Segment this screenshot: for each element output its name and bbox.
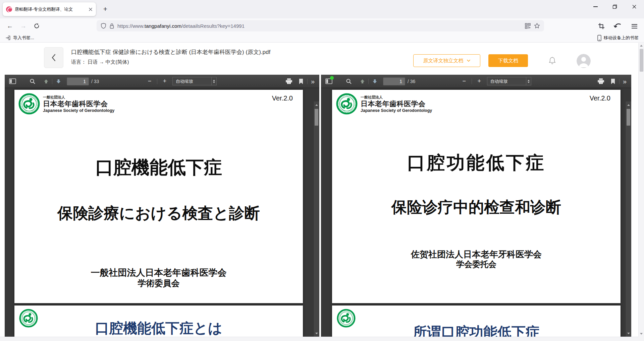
- find-button[interactable]: [28, 77, 37, 86]
- person-icon: [577, 54, 591, 68]
- society-logo: 一般社団法人 日本老年歯科医学会 Japanese Society of Ger…: [18, 93, 114, 115]
- tab-bar: 唐帕翻译-专业文档翻译、论文 +: [0, 0, 644, 18]
- plus-icon: +: [161, 78, 169, 85]
- version-label: Ver.2.0: [272, 94, 293, 102]
- import-bookmarks-item[interactable]: 导入书签...: [5, 35, 34, 41]
- print-icon: [597, 78, 604, 84]
- split-document-dropdown[interactable]: 原文译文独立文档: [413, 54, 480, 67]
- window-minimize-button[interactable]: [586, 0, 605, 13]
- sidebar-toggle-button[interactable]: [324, 77, 333, 86]
- previous-page-button[interactable]: [42, 77, 50, 86]
- more-tools-button[interactable]: »: [623, 78, 627, 85]
- zoom-in-button[interactable]: +: [475, 77, 484, 86]
- scroll-up-icon[interactable]: [314, 102, 319, 108]
- pdf-canvas-area-left[interactable]: 一般社団法人 日本老年歯科医学会 Japanese Society of Ger…: [5, 88, 319, 337]
- org-main-label: 日本老年歯科医学会: [43, 100, 114, 108]
- previous-page-button[interactable]: [358, 77, 367, 86]
- slide-title-2: 保险诊疗中的检查和诊断: [332, 197, 621, 218]
- scroll-down-icon[interactable]: [314, 331, 319, 336]
- bookmark-ribbon-icon: [299, 78, 304, 84]
- qr-code-icon[interactable]: [525, 23, 531, 29]
- find-button[interactable]: [344, 77, 353, 86]
- next-page-button[interactable]: [370, 77, 379, 86]
- page-horizontal-scrollbar[interactable]: [0, 337, 638, 341]
- forward-button[interactable]: →: [18, 21, 29, 31]
- reload-button[interactable]: [32, 21, 42, 31]
- pdf-toolbar-right: / 36 − + 自动缩放 »: [321, 75, 631, 88]
- notifications-button[interactable]: [548, 56, 556, 66]
- crop-icon: [598, 23, 605, 29]
- url-text: https://www.tangpafanyi.com/detaailsResu…: [117, 23, 245, 29]
- tab-close-icon[interactable]: [89, 7, 93, 11]
- search-icon: [346, 78, 352, 84]
- more-tools-button[interactable]: »: [311, 78, 315, 85]
- pdf-scrollbar-left[interactable]: [313, 101, 319, 337]
- next-slide-heading: 口腔機能低下症とは: [14, 319, 303, 337]
- page-number-input[interactable]: [67, 77, 89, 85]
- screenshot-crop-button[interactable]: [596, 21, 606, 31]
- zoom-mode-select[interactable]: 自动缩放: [172, 77, 217, 85]
- navigation-bar: ← → https://www.tangpafanyi.com/detaails…: [0, 18, 644, 33]
- mobile-bookmarks-label: 移动设备上的书签: [604, 35, 639, 41]
- mobile-bookmarks-item[interactable]: 移动设备上的书签: [597, 35, 639, 41]
- scroll-down-icon[interactable]: [639, 331, 644, 336]
- browser-tab[interactable]: 唐帕翻译-专业文档翻译、论文: [3, 2, 96, 16]
- next-page-button[interactable]: [54, 77, 63, 86]
- window-close-button[interactable]: [625, 0, 644, 13]
- hamburger-icon: [632, 24, 637, 28]
- document-title: 口腔機能低下症 保健診療における検査と診断 (日本老年歯科医学会) (原文).p…: [71, 48, 270, 56]
- bookmarks-bar: 导入书签... 移动设备上的书签: [0, 33, 644, 43]
- site-header: 口腔機能低下症 保健診療における検査と診断 (日本老年歯科医学会) (原文).p…: [0, 43, 644, 75]
- window-restore-button[interactable]: [605, 0, 625, 13]
- download-document-button[interactable]: 下载文档: [488, 54, 528, 67]
- tab-title: 唐帕翻译-专业文档翻译、论文: [15, 6, 86, 12]
- page-total-label: / 33: [91, 79, 99, 84]
- bookmark-ribbon-icon: [610, 78, 615, 84]
- pdf-canvas-area-right[interactable]: 一般社団法人 日本老年歯科医学会 Japanese Society of Ger…: [321, 88, 631, 337]
- scroll-down-icon[interactable]: [626, 331, 631, 336]
- new-tab-button[interactable]: +: [100, 4, 111, 14]
- slide-title-2: 保険診療における検査と診断: [14, 203, 303, 224]
- print-button[interactable]: [285, 77, 293, 86]
- society-logo-icon: [336, 93, 358, 115]
- bookmark-star-icon[interactable]: [534, 23, 540, 29]
- zoom-out-button[interactable]: −: [145, 77, 154, 86]
- scrollbar-thumb[interactable]: [315, 109, 318, 126]
- org-small-label: 一般社団法人: [43, 95, 114, 100]
- scroll-up-icon[interactable]: [639, 43, 644, 48]
- minus-icon: −: [146, 78, 154, 85]
- bookmark-page-button[interactable]: [297, 77, 306, 86]
- page-number-input[interactable]: [383, 77, 405, 85]
- zoom-mode-select[interactable]: 自动缩放: [487, 77, 531, 85]
- zoom-out-button[interactable]: −: [460, 77, 469, 86]
- sidebar-toggle-button[interactable]: [8, 77, 17, 86]
- zoom-in-button[interactable]: +: [160, 77, 169, 86]
- arrow-down-icon: [372, 79, 378, 84]
- chevron-left-icon: [51, 53, 56, 62]
- bookmark-page-button[interactable]: [609, 77, 618, 86]
- back-button[interactable]: ←: [5, 21, 15, 31]
- org-small-label: 一般社団法人: [361, 95, 432, 100]
- print-button[interactable]: [597, 77, 605, 86]
- minus-icon: −: [460, 78, 468, 85]
- menu-button[interactable]: [629, 21, 639, 31]
- select-spinner-icon: [211, 77, 216, 85]
- pdf-page-1-original: 一般社団法人 日本老年歯科医学会 Japanese Society of Ger…: [14, 90, 303, 303]
- user-avatar[interactable]: [577, 54, 591, 68]
- browser-window: { "browser": { "tab_title": "唐帕翻译-专业文档翻译…: [0, 0, 644, 341]
- url-bar[interactable]: https://www.tangpafanyi.com/detaailsResu…: [97, 20, 544, 31]
- org-main-label: 日本老年歯科医学会: [361, 100, 432, 108]
- page-vertical-scrollbar[interactable]: [638, 43, 644, 337]
- scroll-up-icon[interactable]: [626, 102, 631, 108]
- scrollbar-thumb[interactable]: [640, 49, 643, 72]
- org-en-label: Japanese Society of Gerodontology: [361, 108, 432, 113]
- org-en-label: Japanese Society of Gerodontology: [43, 108, 114, 113]
- extension-undo-button[interactable]: [612, 21, 623, 31]
- scrollbar-thumb[interactable]: [627, 109, 630, 126]
- pdf-scrollbar-right[interactable]: [625, 101, 631, 337]
- version-label: Ver.2.0: [590, 94, 610, 102]
- window-controls: [586, 0, 644, 13]
- back-to-list-button[interactable]: [44, 47, 63, 68]
- search-icon: [30, 78, 36, 84]
- page-total-label: / 36: [408, 79, 415, 84]
